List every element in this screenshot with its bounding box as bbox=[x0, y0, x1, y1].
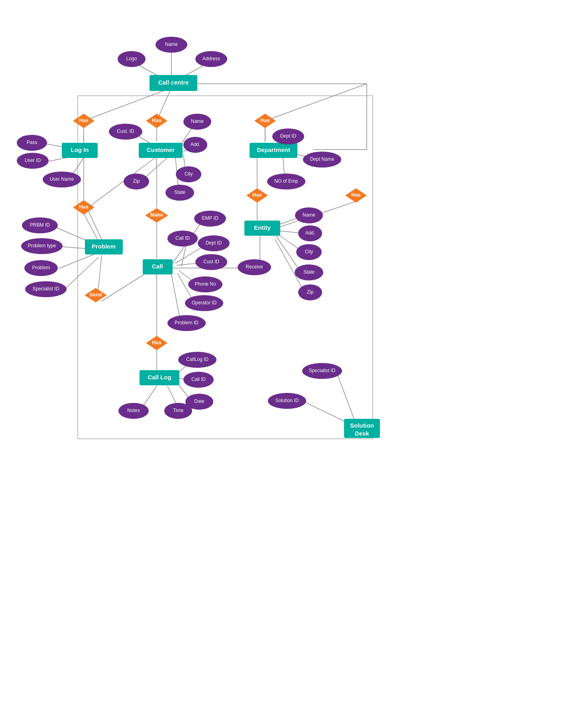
rel-send-label: Send bbox=[89, 292, 102, 298]
attr-date-log-label: Date bbox=[194, 398, 205, 404]
attr-cust-id-call-label: Cust ID bbox=[203, 259, 219, 264]
attr-problem-label: Problem bbox=[32, 265, 50, 270]
attr-dept-id-call-label: Dept ID bbox=[206, 240, 222, 246]
attr-solution-id-label: Solution ID bbox=[275, 398, 299, 403]
entity-customer-label: Customer bbox=[147, 146, 175, 153]
attr-pass-label: Pass bbox=[27, 140, 37, 145]
attr-city-entity-label: City bbox=[305, 249, 313, 254]
attr-state-entity-label: State bbox=[303, 269, 315, 275]
attr-notes-log-label: Notes bbox=[127, 408, 140, 413]
attr-logo-label: Logo bbox=[126, 56, 137, 61]
attr-operator-id-label: Operator ID bbox=[192, 300, 217, 306]
attr-add-entity-label: Add. bbox=[305, 230, 315, 236]
rel-has7-label: Has bbox=[152, 339, 161, 345]
connector bbox=[265, 84, 367, 121]
rel-has1-label: Has bbox=[79, 117, 88, 123]
attr-specialist-id-sol-label: Specialist ID bbox=[309, 368, 336, 373]
attr-zip-entity-label: Zip bbox=[307, 289, 314, 295]
attr-emp-id-label: EMP ID bbox=[202, 215, 218, 221]
attr-phone-no-label: Phone No bbox=[195, 281, 216, 287]
attr-name-cust-label: Name bbox=[191, 118, 204, 124]
entity-call-log-label: Call Log bbox=[147, 374, 171, 381]
attr-dept-name-label: Dept Name bbox=[310, 156, 334, 162]
attr-zip-cust-label: Zip bbox=[133, 178, 140, 184]
attr-city-cust-label: City bbox=[185, 171, 193, 177]
entity-problem-label: Problem bbox=[92, 243, 116, 250]
attr-user-id-label: User ID bbox=[25, 158, 41, 163]
entity-solution-desk-label2: Desk bbox=[355, 430, 370, 437]
attr-add-cust-label: Add. bbox=[191, 142, 201, 147]
attr-call-id-log-label: Call ID bbox=[191, 377, 206, 382]
attr-state-cust-label: State bbox=[174, 189, 185, 195]
attr-prob-type-label: Problem type bbox=[28, 243, 56, 248]
rel-has5-label: Has bbox=[252, 192, 262, 198]
connector bbox=[64, 257, 98, 290]
rel-make-label: Make bbox=[150, 212, 163, 218]
attr-prbm-id-label: PRBM ID bbox=[30, 222, 50, 228]
entity-call-label: Call bbox=[152, 263, 163, 270]
connector bbox=[98, 255, 102, 295]
attr-dept-id-label: Dept ID bbox=[280, 133, 297, 139]
attr-specialist-id-prob-label: Specialist ID bbox=[33, 286, 59, 292]
diagram-border bbox=[78, 96, 373, 439]
connector bbox=[337, 373, 356, 424]
entity-entity-label: Entity bbox=[254, 224, 271, 231]
attr-call-id-call-label: Call ID bbox=[175, 235, 190, 241]
rel-has3-label: Has bbox=[260, 117, 270, 123]
attr-no-emp-label: NO of Emp bbox=[274, 178, 298, 184]
rel-has2-label: Has bbox=[152, 117, 161, 123]
entity-department-label: Department bbox=[257, 146, 290, 153]
attr-user-name-label: User Name bbox=[50, 176, 74, 182]
connector bbox=[171, 274, 181, 322]
attr-name-entity-label: Name bbox=[303, 212, 315, 218]
entity-login-label: Log In bbox=[71, 146, 89, 153]
entity-solution-desk-label: Solution bbox=[350, 422, 374, 429]
rel-has4-label: Has bbox=[79, 204, 88, 210]
attr-cust-id-label: Cust. ID bbox=[117, 128, 134, 134]
entity-call-centre-label: Call centre bbox=[158, 79, 189, 86]
attr-problem-id-label: Problem ID bbox=[175, 320, 199, 325]
er-diagram: Call centre Log In Customer Department P… bbox=[0, 0, 588, 708]
attr-name-top-label: Name bbox=[165, 41, 178, 47]
attr-time-log-label: Time bbox=[173, 408, 184, 413]
attr-address-top-label: Address bbox=[203, 56, 220, 61]
rel-has6-label: Has bbox=[351, 192, 361, 198]
attr-receive-label: Receive bbox=[246, 264, 263, 270]
attr-calllog-id-label: CallLog ID bbox=[186, 357, 208, 362]
